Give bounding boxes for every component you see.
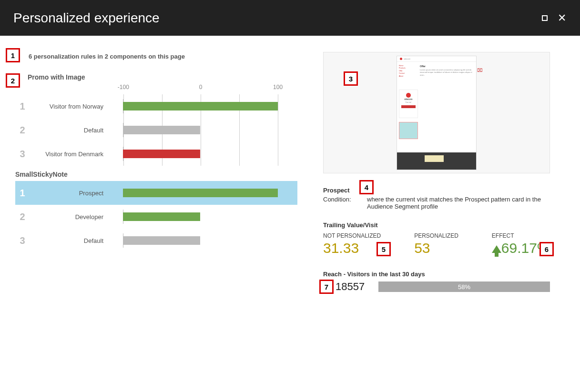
rule-label: Developer bbox=[30, 213, 108, 221]
maximize-button[interactable] bbox=[540, 13, 549, 23]
bar-track bbox=[108, 229, 293, 252]
section-title: SmallStickyNote bbox=[15, 171, 297, 178]
annotation-6: 6 bbox=[539, 242, 554, 256]
metric-head: PERSONALIZED bbox=[414, 232, 458, 239]
rule-label: Visitor from Denmark bbox=[30, 151, 108, 158]
axis-tick-min: -100 bbox=[118, 84, 129, 90]
dialog-header: Personalized experience ✕ bbox=[0, 0, 580, 36]
bar bbox=[123, 236, 201, 245]
metric-head: NOT PERSONALIZED bbox=[323, 232, 381, 239]
rule-label: Visitor from Norway bbox=[30, 103, 108, 110]
section-title: Promo with Image bbox=[28, 73, 297, 81]
detail-panel: 3 sitecore HomeProductsOfferContactAbout… bbox=[317, 46, 556, 302]
rule-index: 2 bbox=[15, 211, 30, 222]
broken-link-icon: ⌧ bbox=[477, 68, 483, 73]
condition-text: where the current visit matches the Pros… bbox=[367, 196, 550, 210]
bar-track bbox=[108, 118, 293, 142]
bar-track bbox=[108, 94, 293, 118]
rule-label: Default bbox=[30, 127, 108, 134]
rule-name: Prospect bbox=[323, 187, 350, 194]
metric-head: EFFECT bbox=[492, 232, 550, 239]
close-button[interactable]: ✕ bbox=[557, 13, 567, 23]
condition-label: Condition: bbox=[323, 196, 367, 210]
metrics-title: Trailing Value/Visit bbox=[323, 221, 550, 229]
bar-track bbox=[108, 205, 293, 229]
section-sticky: SmallStickyNote 1 Prospect 2 Developer bbox=[9, 166, 304, 252]
rule-row[interactable]: 2 Developer bbox=[15, 205, 297, 229]
arrow-up-icon bbox=[492, 245, 501, 253]
metric-personalized: PERSONALIZED 53 bbox=[414, 232, 458, 256]
rules-panel: 1 6 personalization rules in 2 component… bbox=[9, 46, 304, 302]
rule-row[interactable]: 1 Visitor from Norway bbox=[15, 94, 297, 118]
bar-track bbox=[108, 181, 293, 205]
metric-not-personalized: NOT PERSONALIZED 31.33 bbox=[323, 232, 381, 256]
summary-bar: 1 6 personalization rules in 2 component… bbox=[9, 46, 304, 67]
window-controls: ✕ bbox=[540, 13, 567, 23]
annotation-3: 3 bbox=[344, 71, 358, 86]
reach-percent: 58% bbox=[458, 283, 470, 291]
main-columns: 1 6 personalization rules in 2 component… bbox=[0, 36, 580, 313]
rule-row[interactable]: 2 Default bbox=[15, 118, 297, 142]
bar bbox=[123, 102, 278, 111]
metric-value: 53 bbox=[414, 240, 458, 256]
bar bbox=[123, 212, 201, 221]
metrics-row: NOT PERSONALIZED 31.33 5 PERSONALIZED 53… bbox=[323, 232, 550, 256]
axis-labels: -100 0 100 bbox=[109, 84, 293, 94]
axis-tick-mid: 0 bbox=[199, 84, 203, 90]
section-promo: 2 Promo with Image -100 0 100 bbox=[9, 67, 304, 166]
axis-tick-max: 100 bbox=[273, 84, 283, 90]
condition-row: Condition: where the current visit match… bbox=[323, 196, 550, 210]
reach-title: Reach - Visitors in the last 30 days bbox=[323, 271, 550, 278]
rule-label: Prospect bbox=[30, 190, 108, 197]
reach-bar: 58% bbox=[378, 281, 550, 292]
bar bbox=[123, 126, 201, 134]
square-icon bbox=[542, 15, 548, 21]
reach-bar-track: 58% bbox=[378, 281, 550, 292]
chart-area: 1 Prospect 2 Developer 3 Defa bbox=[15, 181, 297, 252]
annotation-4: 4 bbox=[359, 180, 374, 194]
rule-index: 3 bbox=[15, 235, 30, 246]
bar bbox=[123, 189, 278, 197]
annotation-7: 7 bbox=[319, 280, 334, 294]
rule-index: 3 bbox=[15, 149, 30, 160]
annotation-1: 1 bbox=[6, 48, 20, 62]
page-preview[interactable]: 3 sitecore HomeProductsOfferContactAbout… bbox=[323, 52, 550, 173]
reach-row: 7 18557 58% bbox=[323, 281, 550, 293]
annotation-2: 2 bbox=[6, 73, 20, 88]
rule-row[interactable]: 3 Default bbox=[15, 229, 297, 252]
summary-text: 6 personalization rules in 2 components … bbox=[29, 53, 185, 60]
rule-index: 2 bbox=[15, 125, 30, 136]
rule-row-selected[interactable]: 1 Prospect bbox=[15, 181, 297, 205]
bar bbox=[123, 150, 201, 158]
preview-thumbnail: sitecore HomeProductsOfferContactAbout O… bbox=[397, 56, 477, 170]
metric-value: 31.33 bbox=[323, 240, 381, 256]
page-title: Personalized experience bbox=[13, 10, 160, 26]
rule-name-row: Prospect 4 bbox=[323, 187, 550, 194]
bar-track bbox=[108, 142, 293, 166]
chart-area: 1 Visitor from Norway 2 Default bbox=[15, 94, 297, 166]
annotation-5: 5 bbox=[376, 242, 391, 256]
axis-row: -100 0 100 bbox=[15, 84, 297, 94]
rule-row[interactable]: 3 Visitor from Denmark bbox=[15, 142, 297, 166]
rule-index: 1 bbox=[15, 188, 30, 199]
rule-index: 1 bbox=[15, 101, 30, 112]
reach-count: 18557 bbox=[336, 281, 378, 293]
rule-label: Default bbox=[30, 237, 108, 244]
